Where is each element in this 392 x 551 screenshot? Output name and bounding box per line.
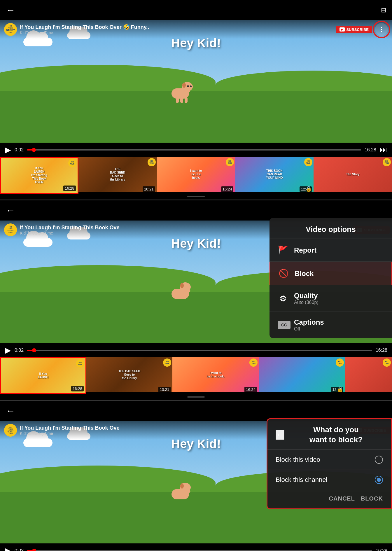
progress-bar-2[interactable] [27,350,372,351]
gear-icon: ⚙ [278,294,288,303]
options-item-quality[interactable]: ⚙ Quality Auto (360p) [270,285,392,312]
block-video-radio[interactable] [375,456,383,464]
thumb-label-badseed-1: THEBAD SEEDGoes tothe Library [109,166,126,183]
block-option-channel[interactable]: Block this channel [267,470,391,490]
options-item-report[interactable]: 🚩 Report [270,239,392,262]
thumb-label-iwant-2: I want tobe in a book. [206,370,226,379]
options-item-captions[interactable]: CC Captions Off [270,312,392,338]
block-block-button[interactable]: BLOCK [361,495,383,502]
thumb-label-laugh-2: If YouLAUGH [37,371,50,380]
thumb-item-laugh-1[interactable]: If YouLAUGHI'm StartingThis BookOVER KID… [0,157,78,194]
channel-name-1: KidTimeStoryTime [20,30,333,35]
progress-bar-3[interactable] [27,550,372,551]
section-2: ← Hey Kid! KIDTIMESTORYTIM [0,200,392,400]
ground-bg [0,91,392,143]
back-button-3[interactable]: ← [6,405,15,416]
block-channel-radio-fill [377,478,381,482]
block-video-label: Block this video [276,456,320,463]
block-option-video[interactable]: Block this video [267,450,391,470]
thumb-lock-2: 🔒 [337,386,343,392]
skip-button-1[interactable]: ⏭ [380,145,387,154]
progress-thumb-1 [32,148,36,152]
controls-bar-1: ▶ 0:02 16:28 ⏭ [0,143,392,157]
header-bar-1: ← ⊟ [0,0,392,20]
thumb-item-story-1[interactable]: The Story KIDTIME [314,157,392,194]
scroll-indicator-1 [0,194,392,200]
dog-leg-2 [180,97,183,103]
thumb-label-story-1: The Story [345,172,361,177]
dog-character-2 [169,279,195,299]
time-total-1: 16:28 [365,147,376,153]
progress-bar-1[interactable] [27,149,361,151]
thumb-item-mind-1[interactable]: THIS BOOKCAN READYOUR MIND KIDTIME 12:40… [235,157,314,194]
scroll-dot-2 [187,396,205,398]
thumb-bg-story-1: The Story KIDTIME [314,157,392,192]
three-dots-button-1[interactable]: ⋮ [375,23,388,36]
thumb-kidtime-2-2: KIDTIME [163,358,171,367]
controls-bar-2: ▶ 0:02 16:28 [0,343,392,357]
block-back-button[interactable]: ← [276,430,284,440]
header-bar-2: ← [0,200,392,221]
time-total-3: 16:28 [376,548,387,551]
options-panel-title: Video options [270,218,392,239]
progress-thumb-2 [32,348,36,352]
subscribe-button-1[interactable]: SUBSCRIBE [336,26,372,33]
play-button-1[interactable]: ▶ [5,145,11,155]
thumb-duration-badseed-2: 10:21 [158,387,171,392]
progress-thumb-3 [32,549,36,551]
thumb-kidtime-2-1: KIDTIME [76,359,84,368]
thumb-kidtime-2-5: KIDTIME [383,358,391,367]
thumb-lock-1: 🔒 [305,186,312,192]
thumb-item-mind-2[interactable]: KIDTIME 12:40 🔒 [259,357,345,394]
dog-ear [182,83,186,88]
options-item-quality-text: Quality Auto (360p) [294,292,384,305]
block-cancel-button[interactable]: CANCEL [329,495,355,502]
dog-character [169,78,195,99]
flag-icon: 🚩 [278,245,288,255]
section-3: ← Hey Kid! KIDTIMESTORYTIME [0,400,392,551]
video-frame-1: Hey Kid! KID TIME STORY TIME If You Laug… [0,20,392,143]
options-captions-label: Captions [294,318,384,326]
thumb-item-iwant-2[interactable]: I want tobe in a book. KIDTIME 16:24 [172,357,259,394]
dog-ear-2 [180,283,184,288]
back-button-2[interactable]: ← [6,205,15,216]
thumb-kidtime-5: KIDTIME [383,158,391,166]
dog-head [182,82,193,91]
thumbnail-row-1: If YouLAUGHI'm StartingThis BookOVER KID… [0,157,392,194]
thumb-bg-extra-2: KIDTIME [345,357,392,392]
thumb-kidtime-2-3: KIDTIME [249,358,258,367]
time-current-2: 0:02 [15,348,24,353]
options-quality-sub: Auto (360p) [294,300,384,305]
play-button-2[interactable]: ▶ [5,345,11,355]
dog-head-2 [180,282,191,292]
options-captions-sub: Off [294,326,384,332]
block-dialog-header: ← What do youwant to block? [267,419,391,450]
red-arrow-1: ➜ [365,20,388,22]
thumb-item-extra-2[interactable]: KIDTIME [345,357,392,394]
cast-button-1[interactable]: ⊟ [381,6,386,14]
thumb-item-badseed-1[interactable]: THEBAD SEEDGoes tothe Library KIDTIME 10… [78,157,157,194]
video-top-bar-1: KID TIME STORY TIME If You Laugh I'm Sta… [0,20,392,39]
block-channel-label: Block this channel [276,476,327,484]
options-item-captions-text: Captions Off [294,318,384,332]
thumb-item-iwant-1[interactable]: I want tobe in abook. KIDTIME 16:24 [157,157,235,194]
dog-leg-3 [185,97,188,103]
time-current-1: 0:02 [15,147,24,153]
thumb-item-badseed-2[interactable]: THE BAD SEEDGoes tothe Library KIDTIME 1… [86,357,173,394]
thumb-item-laugh-2[interactable]: If YouLAUGH KIDTIME 16:28 [0,357,86,394]
dog-character-3 [169,479,195,499]
channel-logo-3: KIDTIMESTORYTIME [4,424,17,437]
scroll-indicator-2 [0,394,392,400]
play-button-3[interactable]: ▶ [5,546,11,551]
thumb-label-laugh-1: If YouLAUGHI'm StartingThis BookOVER [30,165,48,185]
block-channel-radio[interactable] [375,476,383,484]
back-button-1[interactable]: ← [6,5,15,15]
block-icon: 🚫 [278,269,289,278]
thumb-kidtime-4: KIDTIME [304,158,312,166]
channel-logo-2: KIDTIMESTORYTIME [4,223,17,236]
dog-head-3 [180,483,191,492]
options-item-block-text: Block [295,270,383,278]
three-dots-wrapper-1: ⋮ ➜ [375,23,388,36]
options-item-block[interactable]: 🚫 Block [270,262,392,285]
thumb-duration-laugh-1: 16:28 [63,186,76,191]
